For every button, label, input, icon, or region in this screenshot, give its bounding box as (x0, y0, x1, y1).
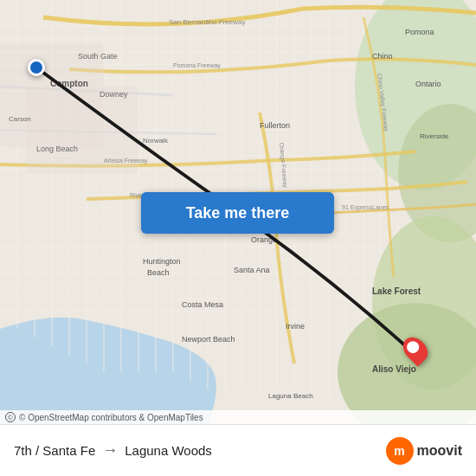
destination-label: Laguna Woods (125, 443, 212, 458)
route-arrow: → (102, 441, 118, 460)
route-info: 7th / Santa Fe → Laguna Woods (14, 441, 212, 460)
svg-text:Pomona: Pomona (405, 28, 434, 36)
map-attribution: © © OpenStreetMap contributors & OpenMap… (0, 410, 476, 424)
origin-marker (28, 59, 45, 76)
svg-text:Fullerton: Fullerton (260, 121, 290, 130)
moovit-logo: m moovit (386, 437, 462, 465)
origin-label: 7th / Santa Fe (14, 443, 95, 458)
svg-text:Carson: Carson (9, 115, 31, 123)
svg-text:91 ExpressLanes: 91 ExpressLanes (342, 204, 389, 211)
svg-text:San Bernardino Freeway: San Bernardino Freeway (169, 18, 246, 26)
svg-text:Downey: Downey (100, 90, 128, 99)
svg-text:Ontario: Ontario (415, 80, 441, 88)
destination-marker (405, 336, 426, 363)
svg-text:Lake Forest: Lake Forest (372, 286, 421, 296)
svg-text:Irvine: Irvine (286, 322, 305, 331)
svg-text:Costa Mesa: Costa Mesa (182, 300, 223, 309)
footer: 7th / Santa Fe → Laguna Woods m moovit (0, 424, 476, 476)
svg-text:Pomona Freeway: Pomona Freeway (173, 62, 221, 69)
svg-text:Norwalk: Norwalk (143, 137, 169, 145)
moovit-text: moovit (417, 443, 462, 459)
attribution-text: © OpenStreetMap contributors & OpenMapTi… (19, 413, 203, 422)
svg-text:Aliso Viejo: Aliso Viejo (372, 364, 416, 374)
svg-text:South Gate: South Gate (78, 52, 118, 61)
moovit-icon: m (386, 437, 414, 465)
svg-text:Artesia Freeway: Artesia Freeway (104, 158, 148, 164)
svg-text:Beach: Beach (147, 268, 170, 277)
svg-text:Laguna Beach: Laguna Beach (268, 392, 313, 400)
svg-text:Riverside: Riverside (420, 132, 449, 140)
svg-text:Newport Beach: Newport Beach (182, 335, 235, 344)
svg-text:Chino: Chino (372, 52, 393, 61)
copyright-icon: © (5, 412, 16, 422)
svg-text:Santa Ana: Santa Ana (234, 266, 270, 274)
map-container: San Bernardino Freeway Pomona Freeway Ar… (0, 0, 476, 424)
svg-text:Huntington: Huntington (143, 257, 181, 266)
svg-text:Long Beach: Long Beach (36, 145, 78, 153)
take-me-there-button[interactable]: Take me there (141, 192, 334, 234)
